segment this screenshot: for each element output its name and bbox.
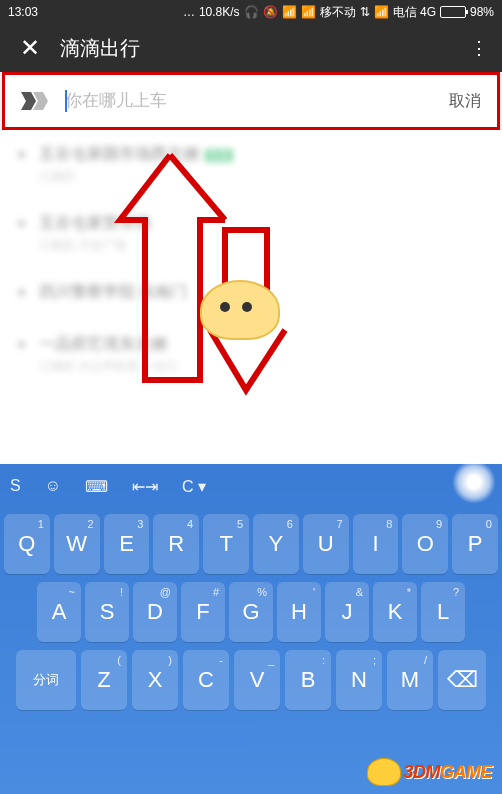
watermark: 3DMGAME xyxy=(367,758,492,786)
suggestion-list: 五谷仓家园市场西北侧常用 江南区 五谷仓家营市场 江南区 万达广场 四川警察学院… xyxy=(0,130,502,470)
key-f[interactable]: F# xyxy=(181,582,225,642)
search-bar[interactable]: 取消 xyxy=(2,72,500,130)
key-j[interactable]: J& xyxy=(325,582,369,642)
key-n[interactable]: N; xyxy=(336,650,382,710)
key-x[interactable]: X) xyxy=(132,650,178,710)
headset-icon: 🎧 xyxy=(244,5,259,19)
kb-row-1: Q1W2E3R4T5Y6U7I8O9P0 xyxy=(4,514,498,574)
watermark-suffix: GAME xyxy=(440,762,492,782)
close-button[interactable]: ✕ xyxy=(8,34,52,62)
key-p[interactable]: P0 xyxy=(452,514,498,574)
list-item[interactable]: 五谷仓家园市场西北侧常用 江南区 xyxy=(0,130,502,199)
bullet-icon xyxy=(18,151,25,158)
key-w[interactable]: W2 xyxy=(54,514,100,574)
bullet-icon xyxy=(18,289,25,296)
item-badge: 常用 xyxy=(205,149,233,162)
key-d[interactable]: D@ xyxy=(133,582,177,642)
key-g[interactable]: G% xyxy=(229,582,273,642)
list-item[interactable]: 四川警察学院·东南门 xyxy=(0,268,502,320)
key-a[interactable]: A~ xyxy=(37,582,81,642)
key-i[interactable]: I8 xyxy=(353,514,399,574)
keyboard-toolbar: S ☺ ⌨ ⇤⇥ C ▾ xyxy=(0,464,502,508)
signal-icon-2: 📶 xyxy=(374,5,389,19)
watermark-brand: 3DM xyxy=(403,762,440,782)
key-m[interactable]: M/ xyxy=(387,650,433,710)
key-s[interactable]: S! xyxy=(85,582,129,642)
key-o[interactable]: O9 xyxy=(402,514,448,574)
key-e[interactable]: E3 xyxy=(104,514,150,574)
item-sub: 江南区 xyxy=(39,168,484,185)
carrier-1: 移不动 xyxy=(320,4,356,21)
item-title: 五谷仓家营市场 xyxy=(39,213,484,234)
key-u[interactable]: U7 xyxy=(303,514,349,574)
dandelion-decoration xyxy=(432,458,502,508)
kb-row-3: 分词Z(X)C-V_B:N;M/⌫ xyxy=(4,650,498,710)
dots-icon: … xyxy=(183,5,195,19)
carrier-2: 电信 4G xyxy=(393,4,436,21)
item-sub: 江南区 万达广场 xyxy=(39,237,484,254)
title-bar: ✕ 滴滴出行 ⋮ xyxy=(0,24,502,72)
app-title: 滴滴出行 xyxy=(52,35,462,62)
key-z[interactable]: Z( xyxy=(81,650,127,710)
key-b[interactable]: B: xyxy=(285,650,331,710)
text-cursor xyxy=(65,90,67,112)
key-y[interactable]: Y6 xyxy=(253,514,299,574)
bullet-icon xyxy=(18,220,25,227)
wifi-icon: 📶 xyxy=(282,5,297,19)
key-l[interactable]: L? xyxy=(421,582,465,642)
key-c[interactable]: C- xyxy=(183,650,229,710)
key-分词[interactable]: 分词 xyxy=(16,650,76,710)
svg-marker-0 xyxy=(21,92,36,110)
kb-row-2: A~S!D@F#G%H'J&K*L? xyxy=(4,582,498,642)
bullet-icon xyxy=(18,341,25,348)
status-right: … 10.8K/s 🎧 🔕 📶 📶 移不动 ⇅ 📶 电信 4G 98% xyxy=(38,4,494,21)
item-title: 一品府艺境东北侧 xyxy=(39,334,484,355)
item-title: 五谷仓家园市场西北侧 xyxy=(39,145,199,162)
battery-pct: 98% xyxy=(470,5,494,19)
status-bar: 13:03 … 10.8K/s 🎧 🔕 📶 📶 移不动 ⇅ 📶 电信 4G 98… xyxy=(0,0,502,24)
clock: 13:03 xyxy=(8,5,38,19)
more-dropdown[interactable]: C ▾ xyxy=(182,477,206,496)
key-h[interactable]: H' xyxy=(277,582,321,642)
menu-button[interactable]: ⋮ xyxy=(462,37,494,59)
item-title: 四川警察学院·东南门 xyxy=(39,282,484,303)
kb-logo-icon[interactable]: S xyxy=(10,477,21,495)
list-item[interactable]: 五谷仓家营市场 江南区 万达广场 xyxy=(0,199,502,268)
key-v[interactable]: V_ xyxy=(234,650,280,710)
battery-icon xyxy=(440,6,466,18)
net-speed: 10.8K/s xyxy=(199,5,240,19)
keyboard: S ☺ ⌨ ⇤⇥ C ▾ Q1W2E3R4T5Y6U7I8O9P0 A~S!D@… xyxy=(0,464,502,794)
cursor-mode-icon[interactable]: ⇤⇥ xyxy=(132,477,158,496)
pickup-input[interactable] xyxy=(51,91,449,111)
key-⌫[interactable]: ⌫ xyxy=(438,650,486,710)
key-r[interactable]: R4 xyxy=(153,514,199,574)
cancel-button[interactable]: 取消 xyxy=(449,91,481,112)
signal-icon-1: 📶 xyxy=(301,5,316,19)
data-icon: ⇅ xyxy=(360,5,370,19)
watermark-mascot-icon xyxy=(367,758,401,786)
key-k[interactable]: K* xyxy=(373,582,417,642)
keyboard-icon[interactable]: ⌨ xyxy=(85,477,108,496)
emoji-icon[interactable]: ☺ xyxy=(45,477,61,495)
mute-icon: 🔕 xyxy=(263,5,278,19)
item-sub: 江南区 大山坪街道·三岔口 xyxy=(39,358,484,375)
origin-icon xyxy=(21,92,51,110)
key-q[interactable]: Q1 xyxy=(4,514,50,574)
key-t[interactable]: T5 xyxy=(203,514,249,574)
list-item[interactable]: 一品府艺境东北侧 江南区 大山坪街道·三岔口 xyxy=(0,320,502,389)
